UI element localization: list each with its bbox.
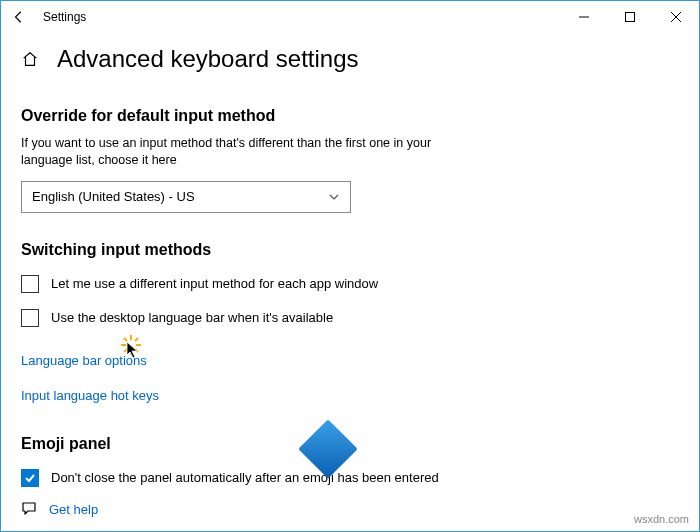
- override-description: If you want to use an input method that'…: [21, 135, 441, 169]
- override-heading: Override for default input method: [21, 107, 679, 125]
- maximize-button[interactable]: [607, 1, 653, 33]
- checkbox-row-per-app: Let me use a different input method for …: [21, 275, 679, 293]
- checkbox-label-emoji: Don't close the panel automatically afte…: [51, 470, 439, 485]
- minimize-icon: [579, 12, 589, 22]
- get-help-label: Get help: [49, 502, 98, 517]
- switching-heading: Switching input methods: [21, 241, 679, 259]
- chat-icon: [21, 500, 37, 519]
- checkbox-label-per-app: Let me use a different input method for …: [51, 276, 378, 291]
- chevron-down-icon: [328, 191, 340, 203]
- checkbox-row-emoji: Don't close the panel automatically afte…: [21, 469, 679, 487]
- minimize-button[interactable]: [561, 1, 607, 33]
- checkbox-row-langbar: Use the desktop language bar when it's a…: [21, 309, 679, 327]
- arrow-left-icon: [12, 10, 26, 24]
- maximize-icon: [625, 12, 635, 22]
- svg-rect-1: [626, 13, 635, 22]
- app-name: Settings: [43, 10, 86, 24]
- checkbox-emoji-dont-close[interactable]: [21, 469, 39, 487]
- page-header: Advanced keyboard settings: [1, 33, 699, 81]
- dropdown-value: English (United States) - US: [32, 189, 195, 204]
- get-help-link[interactable]: Get help: [21, 500, 98, 519]
- close-icon: [671, 12, 681, 22]
- checkbox-label-langbar: Use the desktop language bar when it's a…: [51, 310, 333, 325]
- titlebar: Settings: [1, 1, 699, 33]
- link-input-hotkeys[interactable]: Input language hot keys: [21, 388, 159, 403]
- link-language-bar-options[interactable]: Language bar options: [21, 353, 147, 368]
- close-button[interactable]: [653, 1, 699, 33]
- back-button[interactable]: [7, 5, 31, 29]
- checkbox-langbar[interactable]: [21, 309, 39, 327]
- window-controls: [561, 1, 699, 33]
- checkbox-per-app[interactable]: [21, 275, 39, 293]
- home-icon[interactable]: [21, 50, 39, 72]
- page-title: Advanced keyboard settings: [57, 45, 359, 73]
- input-method-dropdown[interactable]: English (United States) - US: [21, 181, 351, 213]
- watermark: wsxdn.com: [634, 513, 689, 525]
